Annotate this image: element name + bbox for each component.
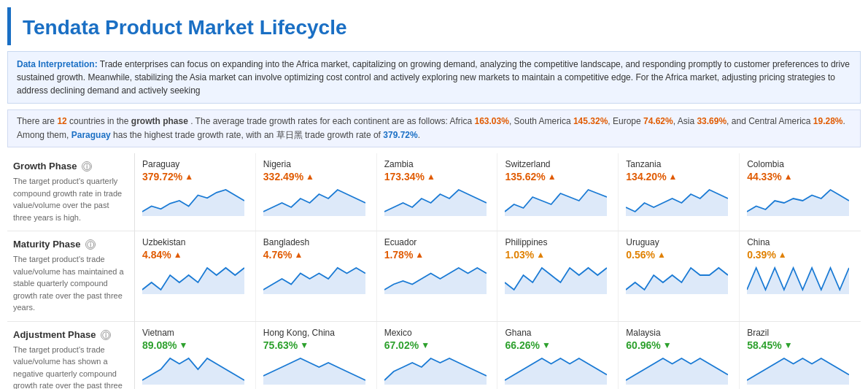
country-name: Uruguay xyxy=(626,237,732,247)
growth-rate: 332.49% ▲ xyxy=(263,171,369,182)
rate-arrow: ▲ xyxy=(778,250,787,260)
mini-chart xyxy=(384,185,490,218)
growth-rate: 89.08% ▼ xyxy=(142,339,248,351)
mini-chart xyxy=(142,185,248,218)
mini-chart xyxy=(626,354,732,387)
country-card[interactable]: Philippines 1.03% ▲ xyxy=(497,231,619,321)
main-content: Growth Phase ⓘ The target product's quar… xyxy=(7,153,861,389)
phase-left-maturity: Maturity Phase ⓘ The target product's tr… xyxy=(7,231,135,322)
country-name: Bangladesh xyxy=(263,237,369,247)
mini-chart xyxy=(747,263,853,296)
mini-chart xyxy=(384,354,490,387)
growth-rate: 4.76% ▲ xyxy=(263,249,369,261)
growth-rate: 60.96% ▼ xyxy=(626,339,732,351)
growth-rate: 0.56% ▲ xyxy=(626,249,732,261)
country-card[interactable]: China 0.39% ▲ xyxy=(740,231,861,321)
country-name: Hong Kong, China xyxy=(263,328,369,338)
data-interpretation-text: Trade enterprises can focus on expanding… xyxy=(17,59,850,96)
mini-chart xyxy=(142,263,248,296)
rate-arrow: ▼ xyxy=(179,340,187,350)
mini-chart xyxy=(626,263,732,296)
summary-country-count: 12 xyxy=(57,116,66,126)
summary-africa: 163.03% xyxy=(475,116,509,126)
country-card[interactable]: Zambia 173.34% ▲ xyxy=(377,153,498,231)
phases-container: Growth Phase ⓘ The target product's quar… xyxy=(7,153,861,389)
summary-phase-highlight: growth phase xyxy=(131,116,188,126)
summary-asia: 33.69% xyxy=(697,116,726,126)
growth-rate: 173.34% ▲ xyxy=(384,171,490,182)
country-card[interactable]: Brazil 58.45% ▼ xyxy=(740,322,861,389)
country-name: Brazil xyxy=(747,328,853,338)
rate-arrow: ▲ xyxy=(548,172,557,182)
country-name: Nigeria xyxy=(263,159,369,169)
summary-suffix: . The average trade growth rates for eac… xyxy=(190,116,472,126)
country-card[interactable]: Tanzania 134.20% ▲ xyxy=(619,153,740,231)
mini-chart xyxy=(626,185,732,218)
phase-row-maturity: Maturity Phase ⓘ The target product's tr… xyxy=(7,231,861,322)
country-card[interactable]: Uzbekistan 4.84% ▲ xyxy=(135,231,256,321)
country-card[interactable]: Paraguay 379.72% ▲ xyxy=(135,153,256,231)
phase-title-maturity: Maturity Phase ⓘ xyxy=(13,239,127,250)
growth-rate: 66.26% ▼ xyxy=(505,339,611,351)
mini-chart xyxy=(505,185,611,218)
phase-info-icon-adjustment[interactable]: ⓘ xyxy=(101,330,111,340)
summary-europe: 74.62% xyxy=(643,116,673,126)
phase-info-icon-growth[interactable]: ⓘ xyxy=(82,161,92,172)
page-title: Tendata Product Market Lifecycle xyxy=(7,7,861,45)
country-card[interactable]: Malaysia 60.96% ▼ xyxy=(619,322,740,389)
rate-arrow: ▲ xyxy=(185,172,193,182)
phase-title-growth: Growth Phase ⓘ xyxy=(13,161,127,172)
country-name: Ecuador xyxy=(384,237,490,247)
rate-arrow: ▼ xyxy=(421,340,430,350)
mini-chart xyxy=(747,185,853,218)
country-card[interactable]: Switzerland 135.62% ▲ xyxy=(497,153,619,231)
country-card[interactable]: Colombia 44.33% ▲ xyxy=(740,153,861,231)
rate-arrow: ▲ xyxy=(536,250,545,260)
rate-arrow: ▲ xyxy=(174,250,182,260)
phase-info-icon-maturity[interactable]: ⓘ xyxy=(85,239,96,250)
rate-arrow: ▼ xyxy=(542,340,551,350)
country-card[interactable]: Hong Kong, China 75.63% ▼ xyxy=(256,322,377,389)
rate-arrow: ▲ xyxy=(295,250,303,260)
mini-chart xyxy=(263,263,369,296)
summary-among: Among them, xyxy=(17,130,69,140)
rate-arrow: ▲ xyxy=(427,172,435,182)
country-card[interactable]: Bangladesh 4.76% ▲ xyxy=(256,231,377,321)
growth-rate: 0.39% ▲ xyxy=(747,249,853,261)
summary-top-rate: 379.72% xyxy=(383,130,417,140)
rate-arrow: ▲ xyxy=(669,172,678,182)
country-card[interactable]: Mexico 67.02% ▼ xyxy=(377,322,498,389)
country-name: Mexico xyxy=(384,328,490,338)
mini-chart xyxy=(505,354,611,387)
rate-arrow: ▲ xyxy=(306,172,314,182)
rate-arrow: ▲ xyxy=(657,250,666,260)
phase-left-adjustment: Adjustment Phase ⓘ The target product's … xyxy=(7,322,135,389)
growth-rate: 67.02% ▼ xyxy=(384,339,490,351)
country-card[interactable]: Uruguay 0.56% ▲ xyxy=(619,231,740,321)
phase-title-adjustment: Adjustment Phase ⓘ xyxy=(13,329,127,340)
country-card[interactable]: Ecuador 1.78% ▲ xyxy=(377,231,498,321)
mini-chart xyxy=(142,354,248,387)
country-card[interactable]: Vietnam 89.08% ▼ xyxy=(135,322,256,389)
country-name: Malaysia xyxy=(626,328,732,338)
phase-row-adjustment: Adjustment Phase ⓘ The target product's … xyxy=(7,322,861,389)
country-card[interactable]: Nigeria 332.49% ▲ xyxy=(256,153,377,231)
growth-rate: 379.72% ▲ xyxy=(142,171,248,182)
summary-south-america: 145.32% xyxy=(573,116,608,126)
rate-arrow: ▼ xyxy=(300,340,309,350)
country-name: Ghana xyxy=(505,328,611,338)
phase-desc-adjustment: The target product's trade value/volume … xyxy=(13,344,127,389)
growth-rate: 134.20% ▲ xyxy=(626,171,732,182)
data-interpretation-label: Data Interpretation: xyxy=(17,59,98,69)
summary-phase-text: countries in the xyxy=(69,116,128,126)
country-name: Colombia xyxy=(747,159,853,169)
mini-chart xyxy=(505,263,611,296)
growth-rate: 44.33% ▲ xyxy=(747,171,853,182)
country-card[interactable]: Ghana 66.26% ▼ xyxy=(497,322,619,389)
country-name: Paraguay xyxy=(142,159,248,169)
growth-rate: 58.45% ▼ xyxy=(747,339,853,351)
country-name: Uzbekistan xyxy=(142,237,248,247)
data-interpretation-box: Data Interpretation: Trade enterprises c… xyxy=(7,51,861,104)
phase-left-growth: Growth Phase ⓘ The target product's quar… xyxy=(7,153,135,231)
summary-prefix: There are xyxy=(17,116,55,126)
